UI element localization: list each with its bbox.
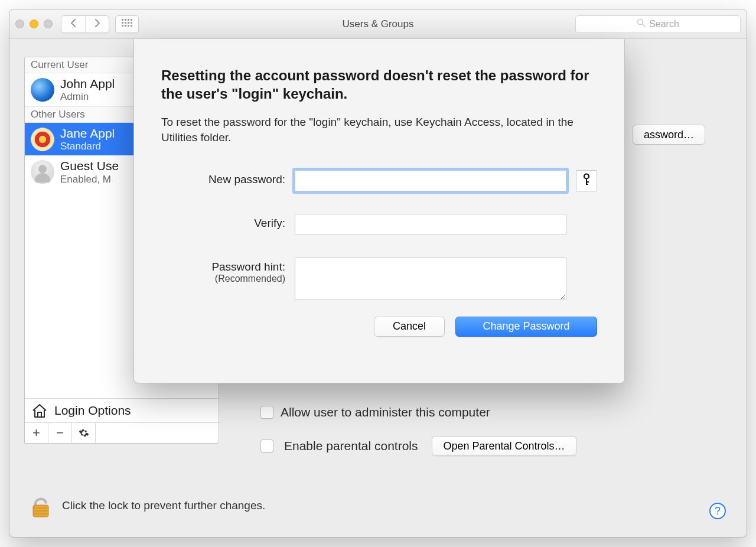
lock-row: Click the lock to prevent further change… <box>30 492 726 519</box>
change-password-button-label: Change Password <box>483 320 569 333</box>
svg-rect-8 <box>122 25 123 27</box>
key-icon <box>582 173 591 188</box>
sheet-actions: Cancel Change Password <box>161 317 597 337</box>
home-icon <box>31 402 48 419</box>
avatar-icon <box>31 78 54 102</box>
svg-rect-20 <box>586 181 589 183</box>
close-window-button[interactable] <box>15 19 24 28</box>
sheet-description: To reset the password for the "login" ke… <box>161 115 597 145</box>
zoom-window-button[interactable] <box>44 19 53 28</box>
admin-checkbox-label: Allow user to administer this computer <box>281 405 490 419</box>
parental-checkbox[interactable] <box>260 439 273 452</box>
open-parental-controls-button[interactable]: Open Parental Controls… <box>432 436 576 456</box>
password-hint-input[interactable] <box>295 258 566 300</box>
new-password-row: New password: <box>161 170 597 191</box>
password-assistant-button[interactable] <box>576 170 597 191</box>
grid-icon <box>122 19 132 30</box>
verify-password-input[interactable] <box>295 214 566 235</box>
user-role: Standard <box>60 141 115 152</box>
new-password-label: New password: <box>161 170 285 186</box>
lock-text: Click the lock to prevent further change… <box>62 499 265 512</box>
svg-rect-21 <box>586 184 588 185</box>
avatar-icon <box>31 128 54 151</box>
add-user-button[interactable]: + <box>25 423 48 443</box>
user-role: Admin <box>60 91 115 103</box>
nav-back-forward <box>61 15 109 33</box>
reset-password-sheet: Resetting the account password doesn't r… <box>133 39 625 383</box>
svg-rect-0 <box>122 19 123 21</box>
login-options-row[interactable]: Login Options <box>25 398 219 422</box>
svg-rect-5 <box>125 22 126 24</box>
user-name: Guest Use <box>60 159 119 173</box>
svg-rect-11 <box>131 25 132 27</box>
help-icon: ? <box>715 505 721 517</box>
minimize-window-button[interactable] <box>30 19 38 28</box>
open-parental-controls-label: Open Parental Controls… <box>443 440 565 452</box>
new-password-input[interactable] <box>295 170 566 191</box>
titlebar: Users & Groups Search <box>9 9 747 39</box>
remove-user-button[interactable]: − <box>48 423 72 443</box>
sidebar-bottom-bar: + − <box>25 422 219 443</box>
svg-rect-3 <box>131 19 132 21</box>
svg-line-13 <box>643 24 645 27</box>
parental-checkbox-label: Enable parental controls <box>284 439 418 453</box>
admin-checkbox-row: Allow user to administer this computer <box>260 405 705 419</box>
user-actions-menu[interactable] <box>72 423 96 443</box>
verify-password-label: Verify: <box>161 214 285 230</box>
password-hint-recommended: (Recommended) <box>161 274 285 284</box>
admin-checkbox[interactable] <box>260 406 273 419</box>
show-all-button[interactable] <box>115 15 139 33</box>
change-password-button[interactable]: Change Password <box>455 317 597 337</box>
login-options-label: Login Options <box>54 403 131 418</box>
cancel-button[interactable]: Cancel <box>374 317 445 337</box>
chevron-right-icon <box>94 18 101 30</box>
sheet-heading: Resetting the account password doesn't r… <box>161 66 597 103</box>
password-hint-label: Password hint: (Recommended) <box>161 258 285 284</box>
back-button[interactable] <box>61 16 85 32</box>
password-hint-row: Password hint: (Recommended) <box>161 258 597 300</box>
svg-rect-6 <box>128 22 129 24</box>
search-icon <box>637 18 646 30</box>
svg-rect-2 <box>128 19 129 21</box>
gear-icon <box>79 428 89 438</box>
user-name: John Appl <box>60 77 115 91</box>
svg-rect-10 <box>128 25 129 27</box>
verify-password-row: Verify: <box>161 214 597 235</box>
svg-rect-1 <box>125 19 126 21</box>
help-button[interactable]: ? <box>709 503 726 519</box>
lock-icon[interactable] <box>30 492 51 519</box>
svg-rect-4 <box>122 22 123 24</box>
password-hint-label-text: Password hint: <box>211 261 285 273</box>
user-role: Enabled, M <box>60 174 119 185</box>
preferences-window: Users & Groups Search Current User John … <box>9 9 747 538</box>
chevron-left-icon <box>70 18 77 30</box>
search-field[interactable]: Search <box>575 15 741 33</box>
parental-controls-row: Enable parental controls Open Parental C… <box>260 436 705 456</box>
svg-point-12 <box>638 19 643 25</box>
forward-button[interactable] <box>85 16 109 32</box>
user-name: Jane Appl <box>60 126 115 141</box>
svg-rect-7 <box>131 22 132 24</box>
search-placeholder: Search <box>649 19 679 30</box>
svg-point-18 <box>584 174 589 178</box>
traffic-lights <box>15 19 53 28</box>
svg-rect-9 <box>125 25 126 27</box>
avatar-icon <box>31 160 54 184</box>
reset-password-button[interactable]: assword… <box>633 125 705 145</box>
cancel-button-label: Cancel <box>393 320 426 333</box>
reset-password-label: assword… <box>644 129 694 141</box>
